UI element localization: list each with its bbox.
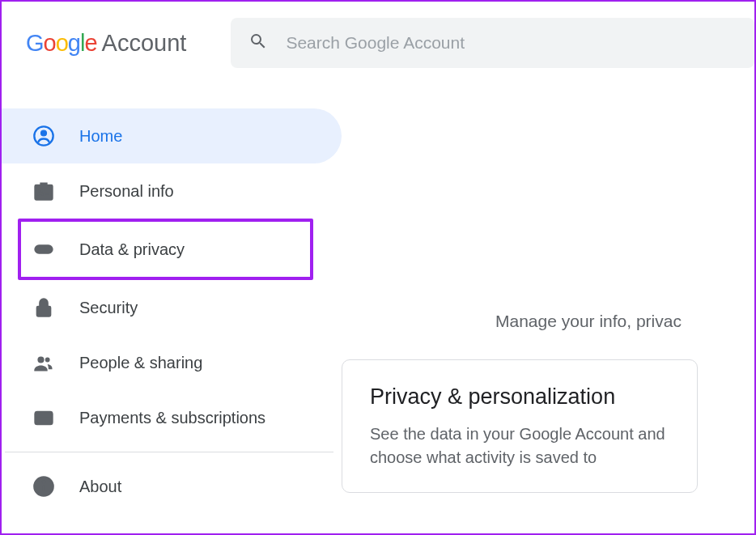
highlighted-item: Data & privacy [18,219,313,280]
sidebar-item-data-privacy[interactable]: Data & privacy [32,222,310,277]
svg-rect-9 [37,307,50,316]
svg-point-16 [43,482,45,483]
sidebar-item-security[interactable]: Security [2,280,342,335]
sidebar-divider [5,452,333,452]
sidebar-item-label: Payments & subscriptions [79,409,265,427]
svg-rect-12 [36,412,53,424]
search-input[interactable] [286,33,737,53]
search-bar[interactable] [231,18,754,68]
sidebar: Home Personal info Data & privacy Securi… [2,84,342,514]
sidebar-item-about[interactable]: About [2,459,342,514]
svg-point-11 [45,358,50,363]
sidebar-item-people-sharing[interactable]: People & sharing [2,335,342,390]
privacy-card[interactable]: Privacy & personalization See the data i… [342,359,698,493]
lock-icon [32,296,55,319]
sidebar-item-personal-info[interactable]: Personal info [2,163,342,219]
sidebar-item-payments[interactable]: Payments & subscriptions [2,390,342,445]
svg-rect-2 [36,185,53,200]
card-description: See the data in your Google Account and … [370,422,669,469]
sidebar-item-label: About [79,478,121,496]
google-wordmark: Google [26,30,97,57]
card-title: Privacy & personalization [370,383,669,411]
search-icon [248,32,268,54]
home-icon [32,125,55,147]
header: Google Account [2,2,754,84]
payments-icon [32,406,55,429]
sidebar-item-label: People & sharing [79,354,202,372]
svg-point-3 [39,189,42,193]
svg-point-10 [37,356,44,363]
sidebar-item-label: Data & privacy [79,240,185,259]
svg-point-1 [41,130,47,136]
main-content: Manage your info, privac Privacy & perso… [342,84,754,514]
sidebar-item-label: Security [79,299,138,317]
sidebar-item-home[interactable]: Home [2,108,342,163]
logo[interactable]: Google Account [26,30,186,57]
people-icon [32,351,55,374]
page-tagline: Manage your info, privac [495,312,682,331]
info-icon [32,475,55,498]
svg-point-8 [45,247,50,252]
personal-info-icon [32,180,55,202]
sidebar-item-label: Personal info [79,182,174,201]
sidebar-item-label: Home [79,127,122,146]
data-privacy-icon [32,238,55,261]
account-label: Account [102,30,187,57]
